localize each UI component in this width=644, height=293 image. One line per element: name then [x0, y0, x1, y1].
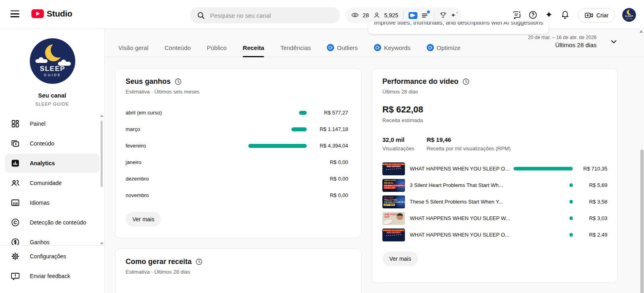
scrollbar-thumb[interactable] — [101, 121, 103, 187]
search-input[interactable] — [210, 12, 334, 19]
month-value: R$ 4.394,04 — [312, 143, 348, 149]
tab-outliers[interactable]: Outliers — [327, 38, 358, 57]
sidebar-menu: Painel Conteúdo — [0, 114, 104, 245]
youtube-logo-icon — [31, 9, 44, 18]
sidebar-item-deteccao-de-conteudo[interactable]: Detecção de conteúdo — [5, 213, 99, 232]
sidebar-scrollbar[interactable] — [101, 115, 103, 245]
month-value: R$ 0,00 — [312, 176, 348, 182]
account-avatar[interactable]: SLEEP GUIDE — [622, 8, 636, 22]
search-bar[interactable] — [190, 7, 340, 23]
earnings-card-subtitle: Estimativa · Últimos seis meses — [126, 89, 348, 95]
video-revenue-value: R$ 3,58 — [578, 199, 607, 205]
channel-stats-pill[interactable]: 28 5,925 — [345, 7, 461, 23]
sidebar-item-label: Idiomas — [30, 199, 50, 206]
youtube-studio-app: Studio 28 — [0, 0, 644, 293]
sidebar-footer: Configurações Enviar feedback — [0, 245, 104, 293]
channel-name: SLEEP GUIDE — [0, 102, 104, 106]
ai-badge-icon — [327, 44, 334, 51]
video-thumbnail: SLEEPING ON YOUR BACK WHAT HAPPENS? — [382, 229, 405, 241]
page-scrollbar-thumb[interactable] — [640, 150, 644, 293]
trophy-icon[interactable] — [439, 11, 447, 19]
help-icon[interactable] — [528, 10, 538, 20]
video-revenue-bar — [514, 167, 573, 170]
ai-badge-icon — [374, 44, 381, 51]
sidebar-item-analytics[interactable]: Analytics — [5, 154, 99, 173]
month-value: R$ 0,00 — [312, 159, 348, 165]
tab-publico[interactable]: Público — [207, 38, 227, 57]
video-performance-card: Performance do vídeo Últimos 28 dias R$ … — [372, 68, 617, 283]
sidebar-item-enviar-feedback[interactable]: Enviar feedback — [5, 266, 99, 286]
video-row[interactable]: ONE FOOT OUT WHAT HAPPENS WHEN YOU SLEEP… — [382, 210, 607, 227]
video-thumbnail: NO ONE TELLS YOU THAT WHEN YOU SLEEP ON … — [382, 195, 405, 208]
ai-suggestions-tooltip: Improve titles, thumbnails, and descript… — [368, 22, 548, 34]
analytics-content: Visão geral Conteúdo Público Receita Ten… — [105, 29, 644, 293]
sidebar-item-configuracoes[interactable]: Configurações — [5, 247, 99, 266]
sidebar-item-idiomas[interactable]: Idiomas — [5, 193, 99, 212]
video-row[interactable]: SLEEPING ON YOUR BACK WHAT HAPPENS? WHAT… — [382, 227, 607, 243]
scroll-down-arrow-icon[interactable] — [100, 243, 103, 245]
video-row[interactable]: CARDIOLOGISTS REVEAL THE RISKS OF SLEEPI… — [382, 177, 607, 193]
earnings-see-more-button[interactable]: Ver mais — [126, 212, 161, 227]
sparkle-plus-icon[interactable]: ✦+ — [451, 12, 456, 19]
earnings-bar — [291, 127, 307, 131]
tab-conteudo[interactable]: Conteúdo — [165, 38, 191, 57]
video-camera-badge-icon[interactable] — [409, 12, 417, 19]
rpm-label: Receita por mil visualizações (RPM) — [427, 145, 511, 152]
playlist-notification-icon[interactable] — [421, 11, 429, 19]
clock-icon — [175, 78, 182, 85]
performance-card-title: Performance do vídeo — [382, 77, 458, 86]
sidebar-item-conteudo[interactable]: Conteúdo — [5, 134, 99, 153]
create-button[interactable]: Criar — [578, 8, 615, 23]
settings-icon — [10, 251, 20, 261]
tab-keywords[interactable]: Keywords — [374, 38, 411, 57]
earnings-card-title: Seus ganhos — [126, 77, 171, 86]
notifications-bell-icon[interactable] — [560, 10, 570, 20]
video-title: WHAT HAPPENS WHEN YOU SLEEP O... — [410, 166, 514, 172]
channel-avatar[interactable]: ✦ ✧ ✦ SLEEP GUIDE — [30, 38, 75, 84]
ai-sparkle-icon[interactable]: ✦ — [544, 10, 554, 20]
ai-badge-icon — [427, 44, 434, 51]
search-icon — [196, 11, 205, 20]
video-revenue-bar — [570, 233, 573, 237]
sidebar-item-ganhos[interactable]: Ganhos — [5, 233, 99, 245]
video-revenue-bar — [570, 200, 573, 204]
date-range-selector[interactable]: 20 de mar. – 16 de abr. de 2026 Últimos … — [528, 35, 618, 48]
performance-see-more-button[interactable]: Ver mais — [382, 251, 418, 266]
brand-text: Studio — [47, 9, 72, 19]
chevron-down-icon — [609, 37, 618, 46]
content-icon — [10, 139, 20, 148]
month-label: novembro — [126, 192, 149, 198]
earnings-month-row: abril (em curso) R$ 577,27 — [126, 104, 348, 121]
studio-logo[interactable]: Studio — [31, 9, 72, 19]
page-scroll-up-arrow-icon[interactable] — [640, 30, 643, 33]
month-value: R$ 577,27 — [312, 110, 348, 116]
tab-optimize[interactable]: Optimize — [427, 38, 460, 57]
video-rows: SLEEP ON YOUR LEFT SIDE WHAT HAPPENS? WH… — [382, 160, 607, 243]
sidebar-item-painel[interactable]: Painel — [5, 114, 99, 133]
scroll-up-arrow-icon[interactable] — [100, 115, 103, 117]
sidebar-item-label: Comunidade — [30, 180, 62, 186]
copyright-icon — [10, 218, 20, 227]
month-label: dezembro — [126, 176, 149, 182]
video-title: 3 Silent Heart Problems That Start Wh... — [410, 182, 570, 188]
sidebar-item-comunidade[interactable]: Comunidade — [5, 173, 99, 193]
create-video-icon — [584, 11, 593, 20]
views-count: 28 — [363, 12, 369, 19]
send-feedback-icon[interactable] — [512, 10, 522, 20]
earnings-month-row: março R$ 1.147,18 — [126, 121, 348, 137]
video-revenue-value: R$ 2,49 — [578, 232, 607, 238]
tab-visao-geral[interactable]: Visão geral — [118, 38, 149, 57]
month-label: abril (em curso) — [126, 110, 162, 116]
earnings-month-rows: abril (em curso) R$ 577,27 março R$ 1.14… — [126, 104, 348, 204]
menu-icon[interactable] — [10, 10, 19, 18]
tab-receita[interactable]: Receita — [243, 38, 264, 57]
community-icon — [10, 178, 20, 188]
video-row[interactable]: NO ONE TELLS YOU THAT WHEN YOU SLEEP ON … — [382, 193, 607, 210]
header-actions: ✦ Criar SLEEP — [512, 7, 644, 23]
sidebar-item-label: Painel — [30, 121, 45, 127]
video-row[interactable]: SLEEP ON YOUR LEFT SIDE WHAT HAPPENS? WH… — [382, 160, 607, 177]
create-label: Criar — [597, 12, 609, 19]
earnings-icon — [10, 237, 20, 245]
tab-tendencias[interactable]: Tendências — [280, 38, 311, 57]
sidebar-item-label: Detecção de conteúdo — [30, 219, 86, 226]
